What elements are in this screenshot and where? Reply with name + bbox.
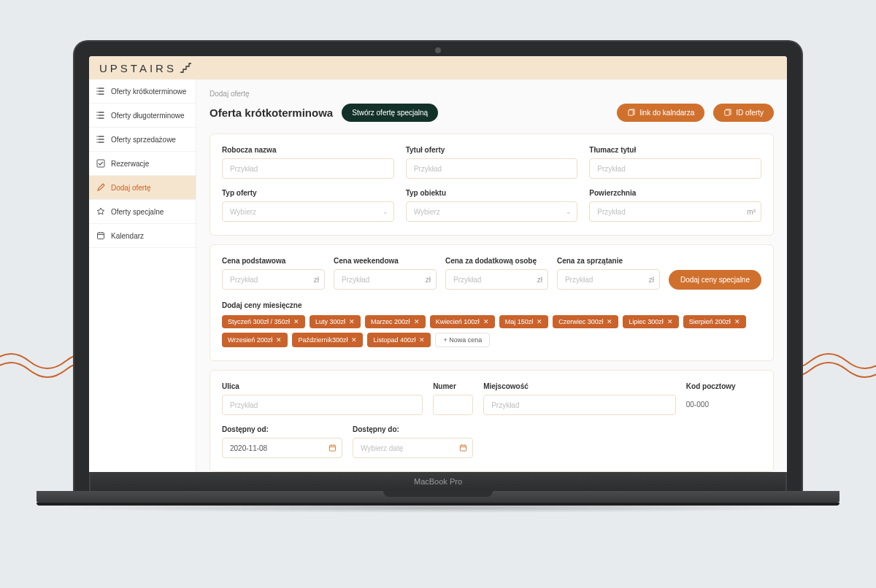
sidebar-item-label: Oferty sprzedażowe: [111, 136, 176, 144]
nazwa-input[interactable]: [222, 158, 394, 179]
sidebar-item-label: Dodaj ofertę: [111, 184, 150, 192]
dostepny-do-label: Dostępny do:: [353, 425, 473, 433]
main-content: Dodaj ofertę Oferta krótkoterminowa Stwó…: [196, 80, 787, 472]
close-icon[interactable]: ✕: [607, 318, 612, 325]
monthly-prices-label: Dodaj ceny miesięczne: [222, 301, 761, 309]
price-tag[interactable]: Lipiec 300zł✕: [623, 315, 679, 328]
calendar-icon: [96, 231, 105, 240]
ulica-label: Ulica: [222, 382, 423, 390]
price-tag[interactable]: Listopad 400zł✕: [367, 333, 431, 347]
page-title: Oferta krótkoterminowa: [210, 107, 333, 119]
sidebar-item-label: Oferty krótkoterminowe: [111, 88, 186, 96]
add-new-price-tag-button[interactable]: + Nowa cena: [435, 333, 490, 347]
typ-oferty-select[interactable]: [222, 201, 394, 222]
close-icon[interactable]: ✕: [667, 318, 673, 325]
id-offer-button[interactable]: ID oferty: [713, 104, 774, 122]
check-icon: [96, 159, 105, 168]
link-to-calendar-button[interactable]: link do kalndarza: [617, 104, 704, 122]
numer-label: Numer: [433, 382, 473, 390]
sidebar-item-rezerwacje[interactable]: Rezerwacje: [89, 152, 196, 176]
cena-podst-input[interactable]: [222, 269, 325, 290]
laptop-deck-label: MacBook Pro: [89, 472, 787, 491]
close-icon[interactable]: ✕: [293, 318, 299, 325]
card-address: Ulica Numer Miejscowość: [210, 370, 774, 472]
date-from-input[interactable]: [222, 438, 342, 458]
sidebar-item-label: Oferty specjalne: [111, 208, 164, 216]
cena-sprzat-label: Cena za sprzątanie: [557, 257, 660, 265]
miejscowosc-input[interactable]: [483, 395, 676, 415]
sidebar-item-label: Oferty długoterminowe: [111, 112, 185, 120]
price-tag[interactable]: Sierpień 200zł✕: [683, 315, 746, 328]
list-icon: [96, 111, 105, 120]
dostepny-od-label: Dostępny od:: [222, 425, 342, 433]
sidebar-item-label: Rezerwacje: [111, 160, 149, 168]
price-tag[interactable]: Marzec 200zł✕: [365, 315, 426, 328]
breadcrumb: Dodaj ofertę: [210, 90, 774, 98]
monthly-price-tags: Styczeń 300zł / 350zł✕ Luty 300zł✕ Marze…: [222, 315, 761, 347]
camera-dot: [435, 47, 441, 53]
powierzchnia-input[interactable]: [589, 201, 761, 222]
sidebar-item-dodaj-oferte[interactable]: Dodaj ofertę: [89, 176, 196, 200]
tytul-label: Tytuł oferty: [406, 146, 578, 154]
edit-icon: [96, 183, 105, 192]
cena-osoba-input[interactable]: [445, 269, 548, 290]
close-icon[interactable]: ✕: [276, 336, 282, 344]
close-icon[interactable]: ✕: [419, 336, 425, 344]
tlumacz-input[interactable]: [589, 158, 761, 179]
sidebar-item-label: Kalendarz: [111, 232, 144, 240]
price-tag[interactable]: Styczeń 300zł / 350zł✕: [222, 315, 305, 328]
close-icon[interactable]: ✕: [349, 318, 355, 325]
app-header: UPSTAIRS: [89, 56, 787, 80]
kod-label: Kod pocztowy: [686, 382, 761, 390]
star-icon: [96, 207, 105, 216]
kod-value: 00-000: [686, 395, 761, 409]
price-tag[interactable]: Wrzesień 200zł✕: [222, 333, 288, 347]
cena-weekend-input[interactable]: [334, 269, 437, 290]
sidebar: Oferty krótkoterminowe Oferty długotermi…: [89, 80, 196, 472]
list-icon: [96, 87, 105, 96]
sidebar-item-oferty-krotkoterminowe[interactable]: Oferty krótkoterminowe: [89, 80, 196, 104]
close-icon[interactable]: ✕: [483, 318, 489, 325]
tytul-input[interactable]: [406, 158, 578, 179]
close-icon[interactable]: ✕: [734, 318, 740, 325]
sidebar-item-oferty-specjalne[interactable]: Oferty specjalne: [89, 200, 196, 224]
svg-rect-3: [725, 110, 729, 115]
sidebar-item-kalendarz[interactable]: Kalendarz: [89, 224, 196, 248]
sidebar-item-oferty-sprzedazowe[interactable]: Oferty sprzedażowe: [89, 128, 196, 152]
list-icon: [96, 135, 105, 144]
svg-rect-1: [98, 233, 104, 239]
price-tag[interactable]: Październik300zł✕: [292, 333, 363, 347]
card-pricing: Cena podstawowa zł Cena weekendowa: [210, 244, 774, 361]
close-icon[interactable]: ✕: [414, 318, 420, 325]
close-icon[interactable]: ✕: [537, 318, 542, 325]
price-tag[interactable]: Maj 150zł✕: [499, 315, 549, 328]
numer-input[interactable]: [433, 395, 473, 415]
copy-icon: [627, 109, 635, 117]
laptop-frame: UPSTAIRS Oferty krótkoterminowe Oferty d…: [73, 40, 803, 513]
svg-rect-0: [97, 160, 104, 167]
logo: UPSTAIRS: [99, 62, 191, 74]
add-special-prices-button[interactable]: Dodaj ceny specjalne: [669, 270, 761, 290]
cena-sprzat-input[interactable]: [557, 269, 660, 290]
date-to-input[interactable]: [353, 438, 473, 458]
cena-podst-label: Cena podstawowa: [222, 257, 325, 265]
ulica-input[interactable]: [222, 395, 423, 415]
powierzchnia-label: Powierzchnia: [589, 189, 761, 197]
logo-text: UPSTAIRS: [99, 62, 177, 74]
typ-oferty-label: Typ oferty: [222, 189, 394, 197]
svg-rect-2: [629, 110, 633, 115]
cena-osoba-label: Cena za dodatkową osobę: [445, 257, 548, 265]
tlumacz-label: Tłumacz tytuł: [589, 146, 761, 154]
close-icon[interactable]: ✕: [351, 336, 357, 344]
copy-icon: [723, 109, 731, 117]
price-tag[interactable]: Czerwiec 300zł✕: [553, 315, 618, 328]
miejscowosc-label: Miejscowość: [483, 382, 676, 390]
logo-mark-icon: [180, 63, 191, 73]
typ-obiektu-select[interactable]: [406, 201, 578, 222]
price-tag[interactable]: Luty 300zł✕: [310, 315, 361, 328]
sidebar-item-oferty-dlugoterminowe[interactable]: Oferty długoterminowe: [89, 104, 196, 128]
typ-obiektu-label: Typ obiektu: [406, 189, 578, 197]
create-special-offer-button[interactable]: Stwórz ofertę specjalną: [342, 104, 438, 122]
price-tag[interactable]: Kwiecień 100zł✕: [430, 315, 495, 328]
nazwa-label: Robocza nazwa: [222, 146, 394, 154]
